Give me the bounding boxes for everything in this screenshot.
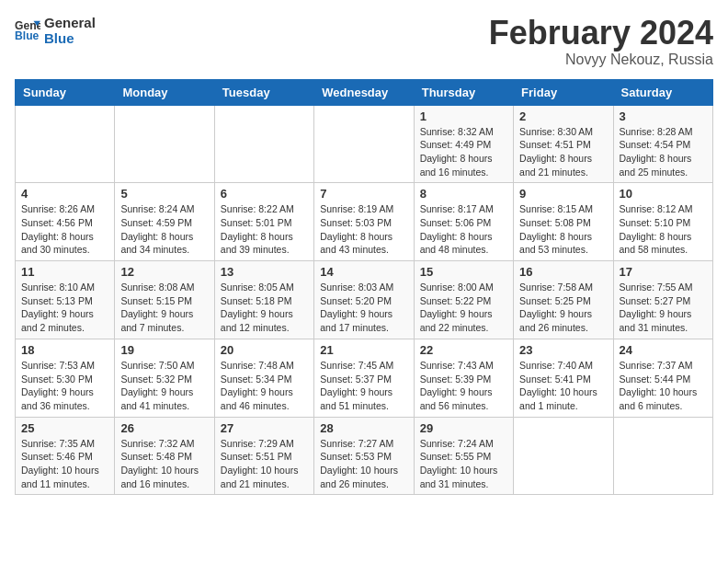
calendar-day-cell: 29Sunrise: 7:24 AM Sunset: 5:55 PM Dayli… bbox=[414, 417, 513, 495]
calendar-week-row: 11Sunrise: 8:10 AM Sunset: 5:13 PM Dayli… bbox=[16, 261, 713, 339]
day-number: 27 bbox=[221, 421, 308, 435]
logo-line1: General bbox=[44, 15, 96, 30]
day-of-week-header: Tuesday bbox=[214, 79, 313, 105]
logo: General Blue General Blue bbox=[15, 15, 96, 46]
day-info: Sunrise: 7:55 AM Sunset: 5:27 PM Dayligh… bbox=[620, 281, 707, 335]
day-info: Sunrise: 7:27 AM Sunset: 5:53 PM Dayligh… bbox=[320, 437, 407, 491]
calendar-week-row: 1Sunrise: 8:32 AM Sunset: 4:49 PM Daylig… bbox=[16, 105, 713, 183]
day-number: 25 bbox=[21, 421, 108, 435]
day-of-week-header: Thursday bbox=[414, 79, 513, 105]
day-number: 3 bbox=[620, 109, 707, 123]
day-number: 14 bbox=[320, 265, 407, 279]
day-info: Sunrise: 7:43 AM Sunset: 5:39 PM Dayligh… bbox=[420, 359, 507, 413]
day-info: Sunrise: 7:53 AM Sunset: 5:30 PM Dayligh… bbox=[21, 359, 108, 413]
calendar-day-cell: 16Sunrise: 7:58 AM Sunset: 5:25 PM Dayli… bbox=[514, 261, 613, 339]
day-info: Sunrise: 8:00 AM Sunset: 5:22 PM Dayligh… bbox=[420, 281, 507, 335]
day-of-week-header: Monday bbox=[115, 79, 214, 105]
day-info: Sunrise: 8:05 AM Sunset: 5:18 PM Dayligh… bbox=[221, 281, 308, 335]
calendar-day-cell bbox=[16, 105, 115, 183]
calendar-day-cell: 15Sunrise: 8:00 AM Sunset: 5:22 PM Dayli… bbox=[414, 261, 513, 339]
day-info: Sunrise: 8:10 AM Sunset: 5:13 PM Dayligh… bbox=[21, 281, 108, 335]
calendar-day-cell: 10Sunrise: 8:12 AM Sunset: 5:10 PM Dayli… bbox=[613, 183, 712, 261]
calendar-day-cell: 2Sunrise: 8:30 AM Sunset: 4:51 PM Daylig… bbox=[514, 105, 613, 183]
page-header: General Blue General Blue February 2024 … bbox=[15, 15, 713, 68]
calendar-day-cell: 19Sunrise: 7:50 AM Sunset: 5:32 PM Dayli… bbox=[115, 339, 214, 417]
day-info: Sunrise: 8:24 AM Sunset: 4:59 PM Dayligh… bbox=[120, 202, 208, 257]
calendar-day-cell: 11Sunrise: 8:10 AM Sunset: 5:13 PM Dayli… bbox=[16, 261, 115, 339]
day-number: 9 bbox=[519, 187, 607, 201]
calendar-header-row: SundayMondayTuesdayWednesdayThursdayFrid… bbox=[16, 79, 713, 105]
calendar-week-row: 25Sunrise: 7:35 AM Sunset: 5:46 PM Dayli… bbox=[16, 417, 713, 495]
day-of-week-header: Sunday bbox=[16, 79, 115, 105]
calendar-day-cell bbox=[613, 417, 712, 495]
day-info: Sunrise: 7:48 AM Sunset: 5:34 PM Dayligh… bbox=[221, 359, 308, 413]
calendar-day-cell: 5Sunrise: 8:24 AM Sunset: 4:59 PM Daylig… bbox=[115, 183, 214, 261]
calendar-day-cell: 1Sunrise: 8:32 AM Sunset: 4:49 PM Daylig… bbox=[414, 105, 513, 183]
day-info: Sunrise: 7:35 AM Sunset: 5:46 PM Dayligh… bbox=[21, 437, 108, 491]
calendar-day-cell: 9Sunrise: 8:15 AM Sunset: 5:08 PM Daylig… bbox=[514, 183, 613, 261]
calendar-day-cell: 8Sunrise: 8:17 AM Sunset: 5:06 PM Daylig… bbox=[414, 183, 513, 261]
svg-text:Blue: Blue bbox=[15, 29, 40, 42]
day-info: Sunrise: 7:32 AM Sunset: 5:48 PM Dayligh… bbox=[120, 437, 208, 491]
calendar-day-cell: 7Sunrise: 8:19 AM Sunset: 5:03 PM Daylig… bbox=[314, 183, 414, 261]
calendar-day-cell: 22Sunrise: 7:43 AM Sunset: 5:39 PM Dayli… bbox=[414, 339, 513, 417]
day-info: Sunrise: 8:30 AM Sunset: 4:51 PM Dayligh… bbox=[519, 125, 607, 179]
day-number: 10 bbox=[620, 187, 707, 201]
calendar-day-cell bbox=[314, 105, 414, 183]
day-info: Sunrise: 8:26 AM Sunset: 4:56 PM Dayligh… bbox=[21, 202, 108, 257]
day-info: Sunrise: 7:24 AM Sunset: 5:55 PM Dayligh… bbox=[420, 437, 507, 491]
month-title: February 2024 bbox=[489, 15, 713, 52]
day-info: Sunrise: 8:28 AM Sunset: 4:54 PM Dayligh… bbox=[620, 125, 707, 179]
day-number: 7 bbox=[320, 187, 407, 201]
day-of-week-header: Wednesday bbox=[314, 79, 414, 105]
calendar-week-row: 18Sunrise: 7:53 AM Sunset: 5:30 PM Dayli… bbox=[16, 339, 713, 417]
calendar-day-cell: 23Sunrise: 7:40 AM Sunset: 5:41 PM Dayli… bbox=[514, 339, 613, 417]
day-number: 12 bbox=[120, 265, 208, 279]
day-info: Sunrise: 7:37 AM Sunset: 5:44 PM Dayligh… bbox=[620, 359, 707, 413]
day-number: 21 bbox=[320, 343, 407, 357]
day-of-week-header: Friday bbox=[514, 79, 613, 105]
calendar-day-cell: 3Sunrise: 8:28 AM Sunset: 4:54 PM Daylig… bbox=[613, 105, 712, 183]
calendar-day-cell bbox=[115, 105, 214, 183]
day-info: Sunrise: 8:03 AM Sunset: 5:20 PM Dayligh… bbox=[320, 281, 407, 335]
location-subtitle: Novyy Nekouz, Russia bbox=[489, 52, 713, 68]
calendar-week-row: 4Sunrise: 8:26 AM Sunset: 4:56 PM Daylig… bbox=[16, 183, 713, 261]
day-number: 19 bbox=[120, 343, 208, 357]
day-number: 28 bbox=[320, 421, 407, 435]
day-info: Sunrise: 7:58 AM Sunset: 5:25 PM Dayligh… bbox=[519, 281, 607, 335]
calendar-day-cell: 6Sunrise: 8:22 AM Sunset: 5:01 PM Daylig… bbox=[214, 183, 313, 261]
day-of-week-header: Saturday bbox=[613, 79, 712, 105]
calendar-day-cell: 12Sunrise: 8:08 AM Sunset: 5:15 PM Dayli… bbox=[115, 261, 214, 339]
day-number: 5 bbox=[120, 187, 208, 201]
day-number: 2 bbox=[519, 109, 607, 123]
logo-icon: General Blue bbox=[15, 17, 40, 43]
day-info: Sunrise: 8:19 AM Sunset: 5:03 PM Dayligh… bbox=[320, 202, 407, 257]
calendar-day-cell: 28Sunrise: 7:27 AM Sunset: 5:53 PM Dayli… bbox=[314, 417, 414, 495]
title-block: February 2024 Novyy Nekouz, Russia bbox=[489, 15, 713, 68]
calendar-day-cell: 18Sunrise: 7:53 AM Sunset: 5:30 PM Dayli… bbox=[16, 339, 115, 417]
calendar-day-cell: 17Sunrise: 7:55 AM Sunset: 5:27 PM Dayli… bbox=[613, 261, 712, 339]
calendar-day-cell: 26Sunrise: 7:32 AM Sunset: 5:48 PM Dayli… bbox=[115, 417, 214, 495]
day-number: 4 bbox=[21, 187, 108, 201]
day-info: Sunrise: 7:40 AM Sunset: 5:41 PM Dayligh… bbox=[519, 359, 607, 413]
day-number: 22 bbox=[420, 343, 507, 357]
calendar-day-cell: 14Sunrise: 8:03 AM Sunset: 5:20 PM Dayli… bbox=[314, 261, 414, 339]
day-info: Sunrise: 7:45 AM Sunset: 5:37 PM Dayligh… bbox=[320, 359, 407, 413]
calendar-table: SundayMondayTuesdayWednesdayThursdayFrid… bbox=[15, 79, 713, 496]
calendar-day-cell bbox=[214, 105, 313, 183]
day-number: 24 bbox=[620, 343, 707, 357]
logo-line2: Blue bbox=[44, 30, 96, 46]
day-info: Sunrise: 8:17 AM Sunset: 5:06 PM Dayligh… bbox=[420, 202, 507, 257]
day-number: 8 bbox=[420, 187, 507, 201]
day-info: Sunrise: 8:32 AM Sunset: 4:49 PM Dayligh… bbox=[420, 125, 507, 179]
day-number: 18 bbox=[21, 343, 108, 357]
day-number: 1 bbox=[420, 109, 507, 123]
day-info: Sunrise: 8:12 AM Sunset: 5:10 PM Dayligh… bbox=[620, 202, 707, 257]
calendar-day-cell: 24Sunrise: 7:37 AM Sunset: 5:44 PM Dayli… bbox=[613, 339, 712, 417]
day-number: 23 bbox=[519, 343, 607, 357]
calendar-day-cell bbox=[514, 417, 613, 495]
calendar-day-cell: 27Sunrise: 7:29 AM Sunset: 5:51 PM Dayli… bbox=[214, 417, 313, 495]
calendar-day-cell: 25Sunrise: 7:35 AM Sunset: 5:46 PM Dayli… bbox=[16, 417, 115, 495]
day-number: 20 bbox=[221, 343, 308, 357]
day-number: 6 bbox=[221, 187, 308, 201]
